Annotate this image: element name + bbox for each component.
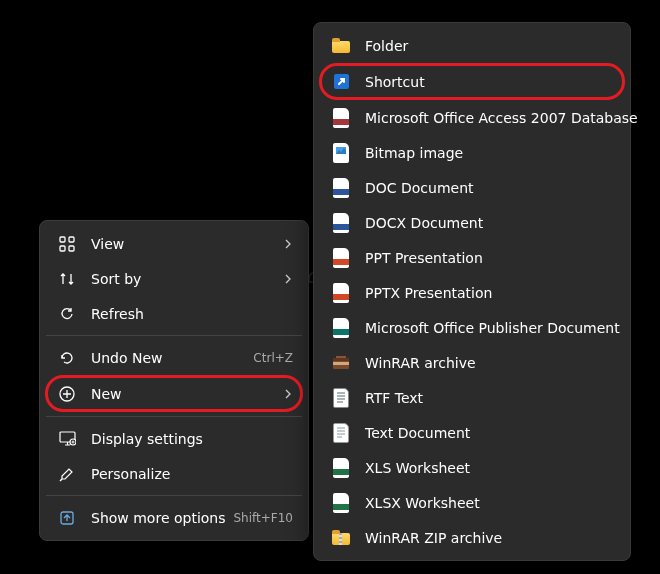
paint-icon [57,464,77,484]
submenu-item-text[interactable]: Text Document [319,415,625,450]
menu-item-sort-by[interactable]: Sort by [45,261,303,296]
svg-rect-15 [333,362,349,365]
submenu-item-doc[interactable]: DOC Document [319,170,625,205]
publisher-file-icon [331,318,351,338]
xls-file-icon [331,458,351,478]
menu-label: DOCX Document [365,215,615,231]
pptx-file-icon [331,283,351,303]
submenu-item-docx[interactable]: DOCX Document [319,205,625,240]
undo-icon [57,348,77,368]
rar-file-icon [331,353,351,373]
menu-label: Show more options [91,510,233,526]
svg-rect-5 [69,246,74,251]
zip-file-icon [331,528,351,548]
menu-label: DOC Document [365,180,615,196]
menu-label: New [91,386,283,402]
menu-label: PPTX Presentation [365,285,615,301]
rtf-file-icon [331,388,351,408]
docx-file-icon [331,213,351,233]
submenu-item-access-db[interactable]: Microsoft Office Access 2007 Database [319,100,625,135]
menu-label: Bitmap image [365,145,615,161]
menu-item-display-settings[interactable]: Display settings [45,421,303,456]
bitmap-file-icon [331,143,351,163]
plus-circle-icon [57,384,77,404]
submenu-item-bitmap[interactable]: Bitmap image [319,135,625,170]
menu-label: Display settings [91,431,293,447]
svg-rect-13 [333,358,349,361]
refresh-icon [57,304,77,324]
submenu-item-xlsx[interactable]: XLSX Worksheet [319,485,625,520]
menu-item-view[interactable]: View [45,226,303,261]
menu-item-show-more-options[interactable]: Show more options Shift+F10 [45,500,303,535]
submenu-item-pptx[interactable]: PPTX Presentation [319,275,625,310]
submenu-item-winrar[interactable]: WinRAR archive [319,345,625,380]
svg-rect-4 [60,246,65,251]
menu-label: Sort by [91,271,283,287]
folder-icon [331,36,351,56]
menu-separator [46,495,302,496]
submenu-item-xls[interactable]: XLS Worksheet [319,450,625,485]
menu-item-refresh[interactable]: Refresh [45,296,303,331]
svg-rect-14 [336,356,346,358]
menu-label: XLSX Worksheet [365,495,615,511]
ppt-file-icon [331,248,351,268]
submenu-item-folder[interactable]: Folder [319,28,625,63]
grid-icon [57,234,77,254]
menu-label: RTF Text [365,390,615,406]
display-icon [57,429,77,449]
menu-label: WinRAR ZIP archive [365,530,615,546]
submenu-item-shortcut[interactable]: Shortcut [319,63,625,100]
menu-label: WinRAR archive [365,355,615,371]
menu-item-personalize[interactable]: Personalize [45,456,303,491]
menu-label: Personalize [91,466,293,482]
menu-label: Refresh [91,306,293,322]
text-file-icon [331,423,351,443]
menu-separator [46,335,302,336]
menu-separator [46,416,302,417]
menu-label: Folder [365,38,615,54]
submenu-item-rtf[interactable]: RTF Text [319,380,625,415]
sort-icon [57,269,77,289]
desktop-context-menu: View Sort by Refresh Undo New Ctrl+Z New [39,220,309,541]
xlsx-file-icon [331,493,351,513]
submenu-item-ppt[interactable]: PPT Presentation [319,240,625,275]
menu-accelerator: Shift+F10 [233,511,293,525]
menu-label: Undo New [91,350,253,366]
svg-rect-2 [60,237,65,242]
doc-file-icon [331,178,351,198]
menu-label: Microsoft Office Publisher Document [365,320,620,336]
menu-label: Text Document [365,425,615,441]
more-options-icon [57,508,77,528]
menu-item-new[interactable]: New [45,375,303,412]
chevron-right-icon [283,239,293,249]
chevron-right-icon [283,274,293,284]
menu-label: Microsoft Office Access 2007 Database [365,110,638,126]
menu-label: PPT Presentation [365,250,615,266]
menu-label: View [91,236,283,252]
submenu-item-zip[interactable]: WinRAR ZIP archive [319,520,625,555]
svg-rect-3 [69,237,74,242]
menu-label: XLS Worksheet [365,460,615,476]
shortcut-icon [331,72,351,92]
access-file-icon [331,108,351,128]
menu-accelerator: Ctrl+Z [253,351,293,365]
menu-item-undo-new[interactable]: Undo New Ctrl+Z [45,340,303,375]
chevron-right-icon [283,389,293,399]
submenu-item-publisher[interactable]: Microsoft Office Publisher Document [319,310,625,345]
new-submenu: Folder Shortcut Microsoft Office Access … [313,22,631,561]
menu-label: Shortcut [365,74,615,90]
